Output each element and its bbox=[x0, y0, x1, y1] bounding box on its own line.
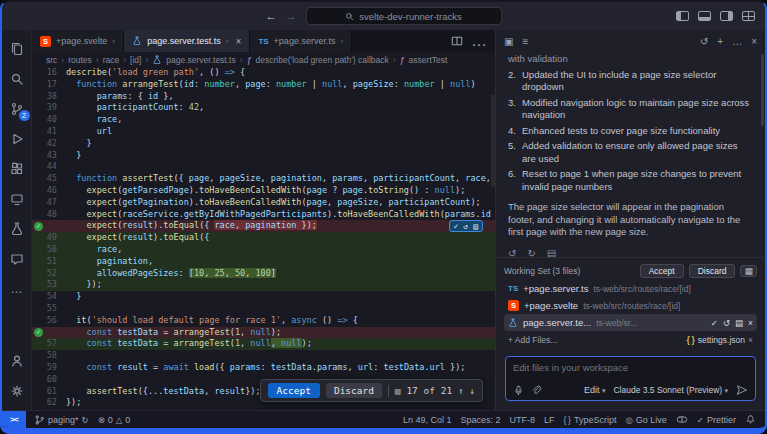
sidebar-item-extensions[interactable] bbox=[2, 154, 32, 184]
problems-status[interactable]: ⊗ 0 △ 0 bbox=[98, 415, 131, 425]
tab-page-svelte[interactable]: S +page.svelte ▫ bbox=[32, 30, 124, 52]
dismiss-suggestion-icon[interactable]: × bbox=[748, 335, 753, 345]
breadcrumb-item[interactable]: describe('load green path') callback bbox=[256, 55, 389, 65]
previous-change-icon[interactable]: ↑ bbox=[458, 386, 463, 396]
model-selector[interactable]: Claude 3.5 Sonnet (Preview) ▾ bbox=[613, 385, 728, 395]
copilot-status[interactable] bbox=[676, 415, 688, 424]
microphone-icon[interactable] bbox=[513, 385, 524, 396]
go-live-button[interactable]: ◎ Go Live bbox=[625, 415, 666, 425]
code-editor[interactable]: 16describe('load green path', () => {17 … bbox=[32, 67, 495, 410]
panel-more-icon[interactable]: … bbox=[732, 36, 742, 47]
list-icon[interactable]: ≡ bbox=[522, 36, 528, 47]
breadcrumb-item[interactable]: assertTest bbox=[409, 55, 448, 65]
send-icon[interactable] bbox=[736, 384, 748, 396]
accept-change-icon[interactable]: ✓ bbox=[454, 222, 459, 231]
accept-button[interactable]: Accept bbox=[268, 383, 320, 398]
open-diff-icon[interactable]: ▤ bbox=[735, 318, 743, 328]
code-line: 45 function assertTest({ page, pageSize,… bbox=[32, 173, 495, 185]
remote-indicator[interactable]: >< bbox=[2, 411, 26, 428]
remove-file-icon[interactable]: × bbox=[748, 318, 753, 328]
sidebar-item-testing[interactable] bbox=[2, 214, 32, 244]
discard-file-icon[interactable]: ↺ bbox=[723, 318, 730, 328]
change-accepted-icon[interactable]: ✓ bbox=[34, 328, 43, 337]
eol-status[interactable]: LF bbox=[544, 415, 555, 425]
panel-scrollbar[interactable] bbox=[761, 54, 764, 126]
undo-edit-icon[interactable]: ↺ bbox=[508, 248, 516, 258]
new-session-icon[interactable]: + bbox=[717, 36, 723, 47]
sidebar-item-search[interactable] bbox=[2, 64, 32, 94]
sidebar-item-chat[interactable] bbox=[2, 244, 32, 274]
working-set-file[interactable]: page.server.te...ts-web/sr...✓↺▤× bbox=[504, 314, 757, 331]
redo-edit-icon[interactable]: ↻ bbox=[527, 248, 535, 258]
close-icon[interactable]: × bbox=[236, 36, 242, 47]
language-mode[interactable]: { } TypeScript bbox=[563, 415, 616, 425]
encoding-status[interactable]: UTF-8 bbox=[509, 415, 535, 425]
cursor-position[interactable]: Ln 49, Col 1 bbox=[403, 415, 452, 425]
svelte-file-icon: S bbox=[40, 36, 51, 47]
activity-more[interactable]: … bbox=[2, 274, 32, 304]
toggle-primary-sidebar-icon[interactable] bbox=[676, 11, 689, 21]
accounts-button[interactable] bbox=[2, 346, 32, 376]
breadcrumb-item[interactable]: routes bbox=[68, 55, 92, 65]
history-icon[interactable]: ↺ bbox=[700, 36, 708, 47]
sidebar-item-remote-explorer[interactable] bbox=[2, 184, 32, 214]
chat-input[interactable]: Edit files in your workspace Edit ▾ Clau… bbox=[505, 356, 756, 401]
working-set-file[interactable]: TS+page.server.tsts-web/src/routes/race/… bbox=[504, 280, 757, 297]
sidebar-item-source-control[interactable]: 2 bbox=[2, 94, 32, 124]
panel-close-icon[interactable]: × bbox=[751, 36, 757, 47]
settings-button[interactable] bbox=[2, 376, 32, 406]
line-number: 53 bbox=[45, 279, 66, 291]
working-set-title: Working Set (3 files) bbox=[504, 266, 635, 276]
command-center-search[interactable]: svelte-dev-runner-tracks bbox=[306, 7, 502, 25]
keep-open-icon[interactable]: ▫ bbox=[340, 37, 343, 46]
breadcrumb-item[interactable]: src bbox=[46, 55, 57, 65]
attach-context-icon[interactable] bbox=[531, 385, 542, 396]
sidebar-item-run-debug[interactable] bbox=[2, 124, 32, 154]
indentation-status[interactable]: Spaces: 2 bbox=[460, 415, 500, 425]
toggle-panel-icon[interactable] bbox=[698, 11, 711, 21]
mode-selector[interactable]: Edit ▾ bbox=[584, 385, 606, 395]
view-all-edits-icon[interactable]: ▦ bbox=[740, 265, 757, 277]
editor-scrollbar[interactable] bbox=[491, 67, 495, 410]
tab-page-server-ts[interactable]: TS +page.server.ts ▫ bbox=[250, 30, 352, 52]
accept-file-icon[interactable]: ✓ bbox=[711, 318, 718, 328]
history-forward-icon[interactable]: → bbox=[286, 10, 297, 22]
status-bar: >< paging* ↻ ⊗ 0 △ 0 Ln 49, Col 1 Spaces… bbox=[2, 410, 765, 428]
toggle-secondary-sidebar-icon[interactable] bbox=[720, 11, 733, 21]
copilot-icon bbox=[676, 415, 688, 424]
breadcrumb-item[interactable]: race bbox=[103, 55, 120, 65]
change-accepted-icon[interactable]: ✓ bbox=[34, 222, 43, 231]
remote-explorer-icon bbox=[9, 191, 25, 207]
code-line: 39 participantCount: 42, bbox=[32, 102, 495, 114]
keep-open-icon[interactable]: ▫ bbox=[112, 37, 115, 46]
prettier-status[interactable]: ✓ Prettier bbox=[697, 415, 736, 425]
notifications-button[interactable] bbox=[745, 414, 756, 425]
split-editor-icon[interactable] bbox=[451, 35, 463, 47]
breadcrumb-item[interactable]: page.server.test.ts bbox=[166, 55, 235, 65]
working-set-file[interactable]: S+page.sveltets-web/src/routes/race/[id] bbox=[504, 297, 757, 314]
toggle-diff-icon[interactable]: ▤ bbox=[473, 222, 478, 231]
history-back-icon[interactable]: ← bbox=[266, 10, 277, 22]
discard-change-icon[interactable]: ↺ bbox=[463, 222, 468, 231]
accept-all-button[interactable]: Accept bbox=[640, 264, 684, 278]
add-files-button[interactable]: + Add Files... bbox=[508, 335, 557, 345]
view-changes-icon[interactable]: ▣ bbox=[504, 36, 513, 47]
sidebar-item-explorer[interactable] bbox=[2, 34, 32, 64]
tab-page-server-test[interactable]: page.server.test.ts ▫ × bbox=[124, 30, 250, 52]
line-number: 49 bbox=[45, 232, 66, 244]
diff-icon[interactable]: ▤ bbox=[395, 386, 400, 396]
breadcrumb-item[interactable]: [id] bbox=[130, 55, 141, 65]
workbench: 2 … bbox=[2, 30, 765, 410]
pin-icon[interactable]: ▫ bbox=[226, 37, 229, 46]
response-more-icon[interactable]: ▤ bbox=[547, 248, 556, 258]
discard-all-button[interactable]: Discard bbox=[689, 264, 736, 278]
code-line: 48 expect(raceService.getByIdWithPagedPa… bbox=[32, 209, 495, 221]
next-change-icon[interactable]: ↓ bbox=[470, 386, 475, 396]
discard-button[interactable]: Discard bbox=[326, 383, 382, 398]
customize-layout-icon[interactable] bbox=[742, 11, 755, 21]
code-line: 43 } bbox=[32, 150, 495, 162]
suggested-file-chip[interactable]: { } settings.json × bbox=[686, 335, 753, 345]
editor-more-icon[interactable]: … bbox=[471, 32, 487, 50]
git-branch-status[interactable]: paging* ↻ bbox=[34, 414, 89, 426]
broadcast-icon: ◎ bbox=[625, 415, 632, 425]
